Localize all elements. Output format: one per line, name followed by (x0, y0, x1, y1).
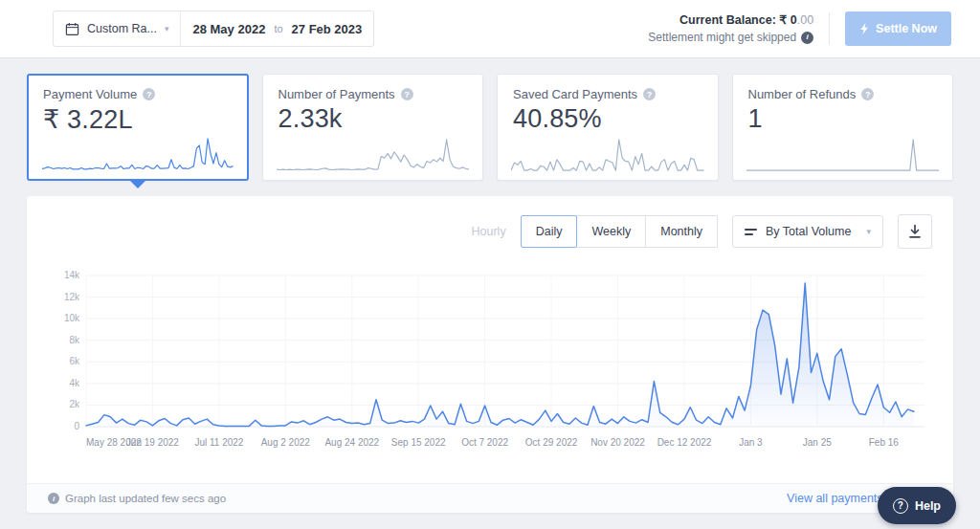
date-range-values[interactable]: 28 May 2022 to 27 Feb 2023 (180, 11, 373, 46)
balance-label: Current Balance: (679, 13, 776, 27)
help-icon[interactable]: ? (401, 88, 413, 100)
card-number-of-payments[interactable]: Number of Payments ? 2.33k (262, 74, 484, 181)
balance-cents: .00 (797, 13, 813, 27)
sort-icon (745, 229, 757, 235)
divider (829, 12, 830, 45)
info-icon: i (48, 493, 59, 504)
card-value: 1 (748, 104, 938, 134)
svg-text:10k: 10k (64, 313, 80, 323)
svg-text:Dec 12 2022: Dec 12 2022 (657, 437, 712, 448)
date-to-word: to (274, 23, 282, 34)
chart-panel: Hourly Daily Weekly Monthly By Total Vol… (27, 196, 953, 513)
svg-text:Feb 16: Feb 16 (869, 437, 900, 448)
card-payment-volume[interactable]: Payment Volume ? ₹ 3.22L (27, 74, 249, 181)
info-icon[interactable]: i (801, 32, 813, 44)
lightning-icon (859, 22, 869, 35)
settle-now-button[interactable]: Settle Now (845, 11, 951, 46)
settle-now-label: Settle Now (876, 22, 937, 35)
svg-text:12k: 12k (64, 292, 80, 302)
sort-by-dropdown[interactable]: By Total Volume ▾ (732, 215, 883, 248)
last-updated-text: Graph last updated few secs ago (65, 493, 226, 504)
granularity-tabs: Hourly Daily Weekly Monthly (457, 215, 718, 248)
chevron-down-icon: ▾ (866, 227, 871, 236)
sparkline-saved-card-payments (511, 137, 704, 173)
card-label: Number of Payments (278, 87, 395, 101)
svg-text:2k: 2k (69, 399, 80, 409)
svg-text:Jun 19 2022: Jun 19 2022 (126, 437, 179, 448)
card-value: 40.85% (513, 104, 702, 134)
top-bar: Custom Ra... ▾ 28 May 2022 to 27 Feb 202… (0, 0, 980, 57)
help-label: Help (915, 499, 941, 513)
help-icon[interactable]: ? (861, 88, 874, 100)
tab-daily[interactable]: Daily (521, 215, 578, 248)
date-to: 27 Feb 2023 (292, 22, 363, 36)
sort-by-label: By Total Volume (766, 225, 858, 238)
card-label: Number of Refunds (748, 87, 857, 101)
help-button[interactable]: ? Help (878, 487, 956, 524)
range-type-label: Custom Ra... (87, 22, 157, 35)
card-label: Payment Volume (43, 87, 137, 101)
chart-footer: i Graph last updated few secs ago View a… (27, 483, 953, 513)
current-balance-block: Current Balance: ₹ 0.00 Settlement might… (648, 11, 813, 47)
chevron-down-icon: ▾ (165, 24, 169, 33)
chart-area: 02k4k6k8k10k12k14kMay 28 2022Jun 19 2022… (27, 253, 953, 453)
svg-text:Oct 29 2022: Oct 29 2022 (525, 437, 578, 448)
svg-text:Oct 7 2022: Oct 7 2022 (461, 437, 508, 448)
calendar-icon (65, 22, 79, 36)
balance-value: ₹ 0 (779, 13, 796, 27)
tab-monthly[interactable]: Monthly (645, 215, 718, 248)
stat-cards-row: Payment Volume ? ₹ 3.22L Number of Payme… (0, 57, 980, 181)
svg-text:0: 0 (74, 421, 79, 431)
tab-hourly[interactable]: Hourly (457, 215, 522, 248)
download-icon (907, 224, 923, 239)
chart-controls: Hourly Daily Weekly Monthly By Total Vol… (27, 196, 953, 253)
svg-text:Nov 20 2022: Nov 20 2022 (590, 437, 645, 448)
card-saved-card-payments[interactable]: Saved Card Payments ? 40.85% (497, 74, 719, 181)
help-icon[interactable]: ? (643, 88, 656, 100)
question-mark-icon: ? (893, 498, 908, 514)
card-label: Saved Card Payments (513, 87, 637, 101)
card-value: ₹ 3.22L (43, 104, 233, 135)
svg-text:4k: 4k (69, 378, 80, 388)
svg-text:6k: 6k (69, 356, 80, 366)
payment-volume-chart: 02k4k6k8k10k12k14kMay 28 2022Jun 19 2022… (48, 262, 928, 453)
settlement-note: Settlement might get skipped (648, 29, 796, 46)
date-from: 28 May 2022 (192, 22, 265, 36)
svg-text:Aug 2 2022: Aug 2 2022 (261, 437, 311, 448)
date-range-picker[interactable]: Custom Ra... ▾ 28 May 2022 to 27 Feb 202… (53, 11, 374, 47)
svg-text:14k: 14k (64, 270, 80, 280)
svg-text:Sep 15 2022: Sep 15 2022 (391, 437, 446, 448)
range-type-segment[interactable]: Custom Ra... ▾ (54, 11, 180, 46)
svg-text:Jul 11 2022: Jul 11 2022 (194, 437, 243, 448)
svg-text:Aug 24 2022: Aug 24 2022 (324, 437, 379, 448)
svg-text:Jan 3: Jan 3 (739, 437, 763, 448)
card-value: 2.33k (278, 104, 468, 134)
tab-weekly[interactable]: Weekly (576, 215, 646, 248)
download-button[interactable] (898, 214, 932, 249)
help-icon[interactable]: ? (143, 88, 155, 100)
svg-text:8k: 8k (69, 335, 80, 345)
card-number-of-refunds[interactable]: Number of Refunds ? 1 (732, 74, 954, 181)
svg-text:Jan 25: Jan 25 (803, 437, 832, 448)
sparkline-number-of-refunds (746, 137, 940, 173)
sparkline-payment-volume (42, 136, 234, 172)
sparkline-number-of-payments (277, 137, 470, 173)
